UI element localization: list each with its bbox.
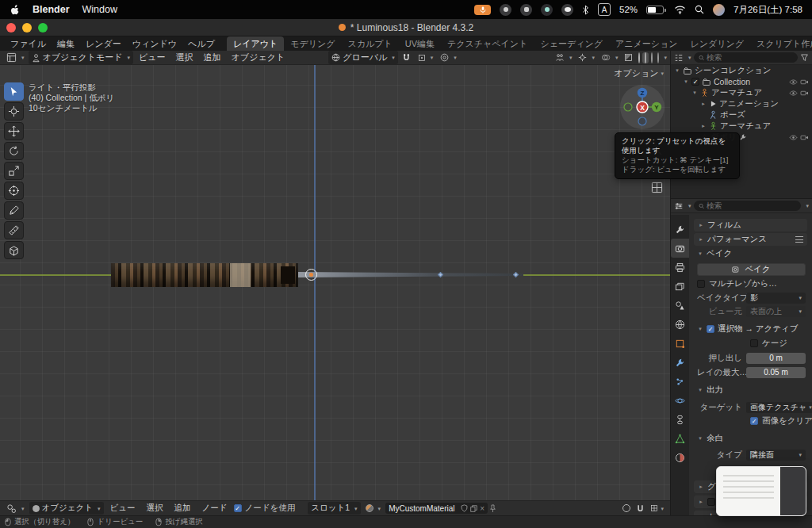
workspace-tab-shading[interactable]: シェーディング [534, 36, 609, 51]
panel-performance[interactable]: ▸パフォーマンス [694, 233, 807, 246]
ortho-grid-icon[interactable] [651, 182, 663, 193]
object-visibility-dropdown[interactable]: ▾ [552, 52, 576, 63]
tab-object-data[interactable] [671, 429, 689, 448]
margin-type-dropdown[interactable]: 隣接面▾ [746, 450, 806, 461]
shader-menu-view[interactable]: ビュー [105, 502, 140, 515]
workspace-tab-modeling[interactable]: モデリング [284, 36, 341, 51]
max-ray-value-field[interactable]: 0.05 m [746, 367, 806, 378]
eye-icon[interactable] [789, 134, 798, 141]
transform-orientation-dropdown[interactable]: グローバル ▾ [328, 51, 398, 64]
snap-toggle-button[interactable] [399, 52, 414, 63]
mode-dropdown[interactable]: オブジェクトモード ▾ [29, 51, 134, 64]
snap-magnet-icon[interactable] [636, 504, 645, 513]
menu-render[interactable]: レンダー [80, 38, 127, 50]
selected-to-active-checkbox[interactable]: ✓ [707, 325, 714, 333]
shader-menu-select[interactable]: 選択 [142, 502, 168, 515]
bake-from-multires-checkbox[interactable]: マルチレゾから… [697, 278, 806, 289]
camera-visibility-icon[interactable] [800, 78, 809, 86]
panel-bake[interactable]: ▾ベイク [697, 247, 806, 260]
mesh-object-textured[interactable] [111, 263, 298, 287]
viewport-menu-object[interactable]: オブジェクト [227, 51, 290, 64]
menubar-window-menu[interactable]: Window [82, 4, 117, 15]
overlays-dropdown[interactable]: ▾ [598, 52, 622, 63]
tool-options-dropdown[interactable]: オプション▾ [614, 67, 664, 79]
menu-file[interactable]: ファイル [5, 38, 52, 50]
use-nodes-checkbox[interactable]: ✓ ノードを使用 [234, 503, 296, 514]
outliner-row-collection[interactable]: ▾ ✓ Collection [671, 76, 812, 87]
extrusion-value-field[interactable]: 0 m [746, 353, 806, 364]
copy-material-icon[interactable] [470, 505, 477, 512]
spotlight-search-icon[interactable] [695, 5, 704, 14]
gizmo-z-neg-axis[interactable] [638, 117, 646, 125]
view-navigation-gizmo[interactable]: Z Y X [620, 85, 665, 129]
selected-to-active-subpanel[interactable]: ▾ ✓ 選択物 → アクティブ [697, 323, 806, 335]
outliner-row-armature-object[interactable]: ▾ アーマチュア [671, 87, 812, 98]
menu-edit[interactable]: 編集 [52, 38, 80, 50]
camera-visibility-icon[interactable] [800, 134, 809, 141]
panel-film[interactable]: ▸フィルム [694, 219, 807, 231]
viewport-3d[interactable]: ライト・平行投影 (40) Collection | 低ポリ 10センチメートル… [0, 65, 670, 500]
input-source-icon[interactable]: A [598, 3, 611, 16]
workspace-tab-rendering[interactable]: レンダリング [684, 36, 750, 51]
menubar-app-name[interactable]: Blender [33, 4, 70, 15]
target-dropdown[interactable]: 画像テクスチャ▾ [746, 402, 812, 413]
tab-object[interactable] [671, 334, 689, 353]
viewport-menu-view[interactable]: ビュー [134, 51, 170, 64]
filter-icon[interactable] [800, 53, 809, 62]
tool-measure[interactable] [4, 221, 24, 239]
properties-editor-icon[interactable] [674, 201, 684, 211]
gizmos-dropdown[interactable]: ▾ [575, 52, 598, 63]
tab-particles[interactable] [671, 372, 689, 391]
tab-scene[interactable] [671, 296, 689, 315]
tab-world[interactable] [671, 315, 689, 334]
outliner-row-animation[interactable]: ▸ アニメーション [671, 98, 812, 109]
shader-menu-add[interactable]: 追加 [170, 502, 196, 515]
menubar-status-icon-1[interactable] [500, 4, 511, 16]
tab-physics[interactable] [671, 391, 689, 410]
shading-solid-button[interactable] [642, 52, 649, 63]
tool-cursor[interactable] [4, 102, 24, 121]
clear-image-checkbox[interactable]: ✓画像をクリア [697, 415, 806, 427]
workspace-tab-uv[interactable]: UV編集 [399, 36, 441, 51]
workspace-tab-texturepaint[interactable]: テクスチャペイント [441, 36, 534, 51]
browse-material-dropdown[interactable]: ▾ [362, 503, 385, 513]
proportional-edit-toggle[interactable]: ▾ [437, 52, 460, 63]
shader-type-dropdown[interactable]: オブジェクト ▾ [29, 502, 104, 515]
menubar-status-icon-2[interactable] [520, 4, 532, 16]
xray-toggle-button[interactable] [621, 52, 636, 63]
object-origin-gizmo[interactable] [305, 269, 317, 281]
tab-material[interactable] [671, 448, 689, 467]
tab-render[interactable] [671, 239, 689, 258]
screenshot-thumbnail-preview[interactable] [716, 466, 806, 516]
eye-icon[interactable] [789, 78, 798, 86]
workspace-tab-layout[interactable]: レイアウト [227, 36, 284, 51]
menubar-status-icon-3[interactable] [541, 4, 553, 16]
viewport-menu-select[interactable]: 選択 [171, 51, 198, 64]
eye-icon[interactable] [789, 90, 798, 97]
tool-transform[interactable] [4, 182, 24, 200]
tab-tool[interactable] [671, 220, 689, 239]
backdrop-toggle-icon[interactable] [622, 504, 630, 512]
gizmo-y-neg-axis[interactable] [624, 103, 632, 111]
tool-move[interactable] [4, 122, 24, 140]
properties-search-input[interactable] [707, 201, 797, 210]
mesh-object-blade[interactable] [298, 272, 523, 277]
user-avatar-icon[interactable] [713, 4, 725, 16]
tool-add-cube[interactable] [4, 241, 24, 259]
outliner-row-armature-data[interactable]: ▸ アーマチュア [671, 121, 812, 132]
snap-settings-dropdown[interactable]: ▾ [415, 53, 437, 63]
shading-material-button[interactable] [649, 52, 655, 63]
outliner-editor-icon[interactable] [674, 53, 684, 63]
properties-search-field[interactable] [694, 201, 802, 211]
pin-icon[interactable] [489, 504, 496, 513]
panel-menu-icon[interactable] [795, 236, 803, 243]
tab-constraints[interactable] [671, 410, 689, 429]
collection-checkbox[interactable]: ✓ [691, 78, 699, 86]
menu-help[interactable]: ヘルプ [182, 38, 220, 50]
workspace-tab-animation[interactable]: アニメーション [609, 36, 684, 51]
snap-mode-dropdown[interactable]: ▾ [650, 504, 664, 512]
workspace-tab-scripting[interactable]: スクリプト作成 [750, 36, 812, 51]
viewport-menu-add[interactable]: 追加 [199, 51, 226, 64]
material-name-input[interactable] [389, 504, 458, 513]
object-handle[interactable] [438, 272, 443, 277]
